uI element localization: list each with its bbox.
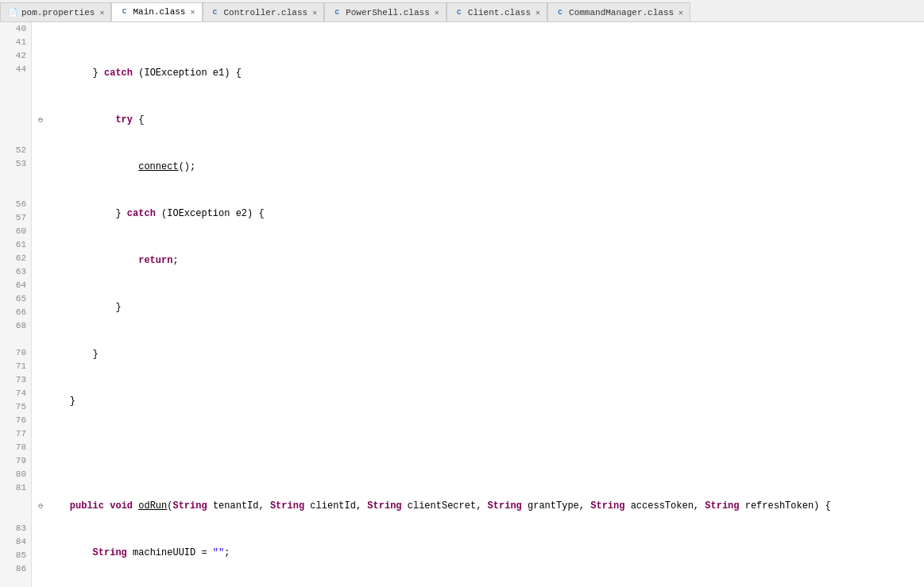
tab-commandmanager-label: CommandManager.class bbox=[569, 8, 674, 17]
tab-client[interactable]: C Client.class ✕ bbox=[447, 2, 547, 21]
class-icon-commandmanager: C bbox=[555, 7, 566, 18]
ide-window: 📄 pom.properties ✕ C Main.class ✕ C Cont… bbox=[0, 0, 924, 587]
code-line: return; bbox=[35, 254, 924, 268]
tab-main-close[interactable]: ✕ bbox=[190, 7, 195, 17]
code-line: } catch (IOException e2) { bbox=[35, 207, 924, 221]
xml-icon: 📄 bbox=[7, 7, 18, 18]
tab-commandmanager[interactable]: C CommandManager.class ✕ bbox=[547, 2, 690, 21]
code-line: } catch (IOException e1) { bbox=[35, 67, 924, 80]
code-line: } bbox=[35, 348, 924, 361]
tab-client-label: Client.class bbox=[468, 8, 531, 17]
line-numbers: 40 41 42 44 52 53 56 57 60 61 62 63 64 6… bbox=[0, 22, 32, 587]
tab-main-label: Main.class bbox=[133, 7, 185, 17]
tab-powershell-close[interactable]: ✕ bbox=[435, 8, 439, 17]
tab-controller-label: Controller.class bbox=[224, 8, 308, 17]
tab-commandmanager-close[interactable]: ✕ bbox=[679, 8, 683, 17]
code-content: } catch (IOException e1) { ⊖ try { conne… bbox=[32, 22, 924, 587]
fold-icon[interactable]: ⊖ bbox=[35, 115, 46, 126]
code-line: ⊖ try { bbox=[35, 114, 924, 127]
code-line: ⊖ public void odRun(String tenantId, Str… bbox=[35, 500, 924, 513]
code-area[interactable]: 40 41 42 44 52 53 56 57 60 61 62 63 64 6… bbox=[0, 22, 924, 587]
tab-powershell[interactable]: C PowerShell.class ✕ bbox=[324, 2, 447, 21]
tab-bar: 📄 pom.properties ✕ C Main.class ✕ C Cont… bbox=[0, 0, 924, 22]
class-icon-client: C bbox=[454, 7, 465, 18]
class-icon-powershell: C bbox=[331, 7, 342, 18]
code-line bbox=[35, 442, 924, 455]
fold-icon[interactable]: ⊖ bbox=[35, 501, 46, 512]
tab-main[interactable]: C Main.class ✕ bbox=[111, 2, 202, 21]
code-line: String machineUUID = ""; bbox=[35, 546, 924, 560]
tab-controller[interactable]: C Controller.class ✕ bbox=[203, 2, 325, 21]
code-line: } bbox=[35, 395, 924, 408]
class-icon-controller: C bbox=[210, 7, 221, 18]
tab-client-close[interactable]: ✕ bbox=[535, 8, 540, 17]
tab-powershell-label: PowerShell.class bbox=[346, 8, 430, 17]
tab-pom-close[interactable]: ✕ bbox=[99, 8, 104, 17]
tab-pom-label: pom.properties bbox=[21, 8, 95, 17]
tab-controller-close[interactable]: ✕ bbox=[312, 8, 317, 17]
tab-pom[interactable]: 📄 pom.properties ✕ bbox=[0, 2, 111, 21]
class-icon-main: C bbox=[118, 6, 130, 17]
code-line: connect(); bbox=[35, 160, 924, 174]
code-line: } bbox=[35, 301, 924, 315]
